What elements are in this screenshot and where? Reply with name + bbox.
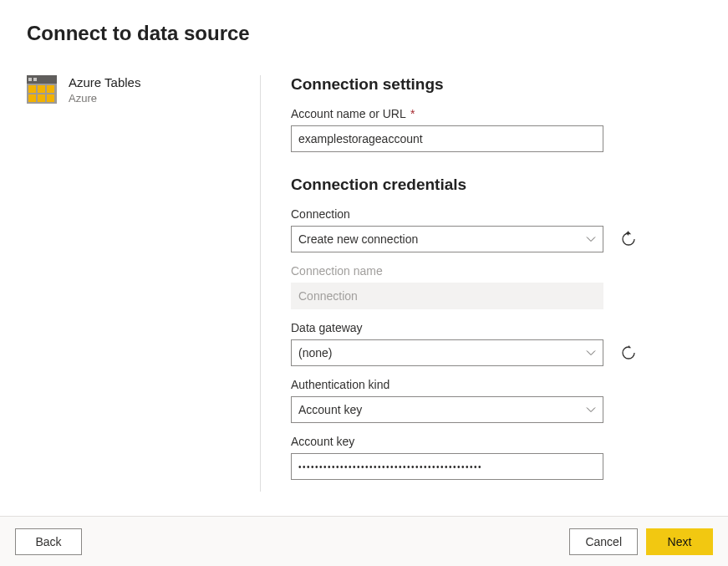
refresh-gateway-button[interactable] [617,341,640,365]
data-gateway-label: Data gateway [291,321,701,334]
chevron-down-icon [586,348,596,358]
data-gateway-select[interactable]: (none) [291,339,603,366]
data-gateway-select-value: (none) [298,346,332,359]
refresh-icon [620,344,637,361]
account-key-input[interactable]: ••••••••••••••••••••••••••••••••••••••••… [291,453,603,480]
back-button[interactable]: Back [15,528,82,555]
account-url-input[interactable] [291,125,603,152]
connection-name-input: Connection [291,283,603,309]
svg-rect-8 [38,94,45,102]
connection-name-label: Connection name [291,264,701,278]
auth-kind-select-value: Account key [298,403,362,416]
source-sidebar: Azure Tables Azure [27,75,261,492]
source-vendor: Azure [69,92,140,105]
svg-rect-9 [47,94,54,102]
svg-rect-4 [28,85,36,93]
source-name: Azure Tables [69,75,140,90]
svg-rect-5 [38,85,45,93]
chevron-down-icon [586,234,596,244]
settings-heading: Connection settings [291,75,701,94]
account-key-label: Account key [291,435,701,448]
account-url-label: Account name or URL * [291,107,701,120]
connection-select[interactable]: Create new connection [291,226,603,252]
svg-marker-10 [629,232,631,234]
cancel-button[interactable]: Cancel [569,528,638,555]
refresh-icon [620,231,637,247]
svg-rect-3 [33,78,37,81]
refresh-connection-button[interactable] [617,227,640,251]
svg-rect-2 [28,78,32,81]
connection-label: Connection [291,207,701,221]
footer-bar: Back Cancel Next [0,516,728,566]
connection-select-value: Create new connection [298,232,418,246]
azure-tables-icon [27,75,57,104]
page-title: Connect to data source [27,22,701,45]
required-mark: * [410,107,415,120]
credentials-heading: Connection credentials [291,176,701,194]
chevron-down-icon [586,405,596,415]
auth-kind-label: Authentication kind [291,378,701,391]
auth-kind-select[interactable]: Account key [291,396,603,423]
svg-marker-11 [629,345,631,348]
svg-rect-7 [28,94,36,102]
svg-rect-6 [47,85,54,93]
next-button[interactable]: Next [646,528,713,555]
